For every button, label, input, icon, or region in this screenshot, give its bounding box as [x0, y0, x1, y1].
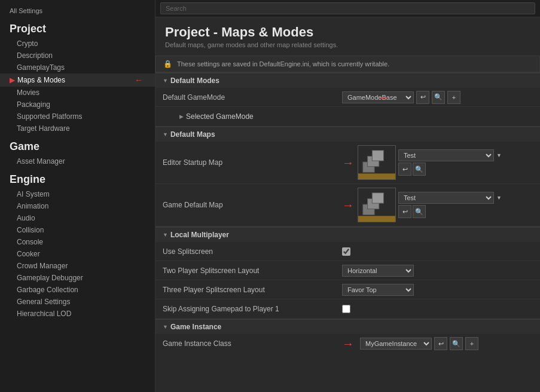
skip-assigning-gamepad-row: Skip Assigning Gamepad to Player 1 [155, 299, 540, 318]
three-player-splitscreen-control: Favor Top Favor Bottom Horizontal Vertic… [342, 284, 533, 296]
three-player-splitscreen-select[interactable]: Favor Top Favor Bottom Horizontal Vertic… [342, 284, 414, 296]
collapse-tri-maps-icon: ▼ [163, 131, 168, 137]
editor-startup-map-btn-row: ↩ 🔍 [398, 163, 502, 176]
svg-rect-4 [358, 173, 395, 179]
reset-game-instance-btn[interactable]: ↩ [434, 337, 447, 350]
game-instance-class-row: Game Instance Class → MyGameInstance Gam… [155, 334, 540, 353]
red-arrow-game-map: → [342, 198, 354, 212]
game-instance-label: Game Instance [170, 323, 221, 331]
svg-rect-3 [372, 151, 383, 161]
engine-section-header: Engine [0, 167, 155, 188]
sidebar-item-cooker[interactable]: Cooker [0, 248, 155, 260]
editor-startup-map-row: Editor Startup Map → [155, 142, 540, 184]
default-modes-header[interactable]: ▼ Default Modes [155, 74, 540, 88]
editor-startup-map-select[interactable]: Test None Default [398, 149, 494, 161]
search-bar [155, 0, 540, 17]
svg-rect-9 [358, 216, 395, 222]
game-default-map-dropdown-row: Test None Default ▼ [398, 192, 502, 204]
default-game-mode-label: Default GameMode → [163, 93, 342, 102]
sidebar-item-collision[interactable]: Collision [0, 224, 155, 236]
use-splitscreen-row: Use Splitscreen [155, 242, 540, 261]
add-game-mode-btn[interactable]: + [447, 91, 460, 104]
collapse-tri-icon: ▼ [163, 78, 168, 84]
sidebar-item-crypto[interactable]: Crypto [0, 38, 155, 50]
sidebar-item-crowd-manager[interactable]: Crowd Manager [0, 260, 155, 272]
reset-game-map-btn[interactable]: ↩ [398, 205, 411, 218]
reset-game-mode-btn[interactable]: ↩ [416, 91, 429, 104]
sidebar: All Settings Project Crypto Description … [0, 0, 155, 392]
red-arrow-game-instance: → [342, 337, 354, 351]
sidebar-item-gameplaytags[interactable]: GameplayTags [0, 62, 155, 74]
search-input[interactable] [160, 2, 535, 14]
default-maps-section: ▼ Default Maps Editor Startup Map → [155, 126, 540, 226]
sidebar-item-gameplay-debugger[interactable]: Gameplay Debugger [0, 272, 155, 284]
info-text: These settings are saved in DefaultEngin… [177, 60, 389, 68]
main-content: Project - Maps & Modes Default maps, gam… [155, 0, 540, 392]
two-player-splitscreen-row: Two Player Splitscreen Layout Horizontal… [155, 261, 540, 280]
three-player-splitscreen-row: Three Player Splitscreen Layout Favor To… [155, 280, 540, 299]
use-splitscreen-label: Use Splitscreen [163, 247, 342, 256]
skip-assigning-gamepad-checkbox[interactable] [342, 305, 350, 313]
all-settings-link[interactable]: All Settings [0, 5, 155, 17]
editor-startup-map-dropdown-area: Test None Default ▼ ↩ 🔍 [398, 149, 502, 176]
sidebar-item-ai-system[interactable]: AI System [0, 188, 155, 200]
sidebar-item-label: Maps & Modes [17, 76, 65, 84]
use-splitscreen-checkbox[interactable] [342, 247, 350, 256]
default-game-mode-control: GameModeBase GameMode None ↩ 🔍 + [342, 91, 533, 104]
default-modes-section: ▼ Default Modes Default GameMode → GameM… [155, 72, 540, 126]
sidebar-item-description[interactable]: Description [0, 50, 155, 62]
map-thumb-svg [358, 146, 395, 179]
info-bar: 🔒 These settings are saved in DefaultEng… [155, 56, 540, 72]
search-editor-map-btn[interactable]: 🔍 [413, 163, 426, 176]
sidebar-item-console[interactable]: Console [0, 236, 155, 248]
editor-startup-map-control: → Test [342, 145, 533, 180]
two-player-splitscreen-select[interactable]: Horizontal Vertical [342, 265, 414, 277]
sidebar-item-movies[interactable]: Movies [0, 87, 155, 99]
add-game-instance-btn[interactable]: + [465, 337, 478, 350]
local-multiplayer-header[interactable]: ▼ Local Multiplayer [155, 228, 540, 242]
editor-startup-map-dropdown-row: Test None Default ▼ [398, 149, 502, 161]
game-default-map-select[interactable]: Test None Default [398, 192, 494, 204]
skip-assigning-gamepad-control [342, 305, 533, 313]
selected-game-mode-row: ▶ Selected GameMode [155, 107, 540, 126]
reset-editor-map-btn[interactable]: ↩ [398, 163, 411, 176]
sidebar-item-animation[interactable]: Animation [0, 200, 155, 212]
search-game-mode-btn[interactable]: 🔍 [432, 91, 445, 104]
sidebar-item-target-hardware[interactable]: Target Hardware [0, 122, 155, 134]
use-splitscreen-control [342, 247, 533, 256]
sidebar-item-supported-platforms[interactable]: Supported Platforms [0, 111, 155, 122]
game-instance-class-select[interactable]: MyGameInstance GameInstance None [360, 338, 432, 350]
default-maps-header[interactable]: ▼ Default Maps [155, 127, 540, 142]
collapse-tri-gi-icon: ▼ [163, 324, 168, 330]
dropdown-arrow-icon: ▼ [496, 152, 502, 158]
sidebar-item-maps-modes[interactable]: ▶ Maps & Modes ← [0, 74, 155, 87]
active-arrow-icon: ▶ [10, 76, 15, 84]
default-modes-label: Default Modes [170, 76, 219, 85]
three-player-splitscreen-label: Three Player Splitscreen Layout [163, 286, 342, 294]
search-game-instance-btn[interactable]: 🔍 [450, 337, 463, 350]
game-instance-header[interactable]: ▼ Game Instance [155, 320, 540, 334]
sidebar-item-hierarchical-lod[interactable]: Hierarchical LOD [0, 308, 155, 320]
search-game-map-btn[interactable]: 🔍 [413, 205, 426, 218]
default-game-mode-select[interactable]: GameModeBase GameMode None [342, 91, 414, 103]
sidebar-item-general-settings[interactable]: General Settings [0, 296, 155, 308]
sidebar-item-packaging[interactable]: Packaging [0, 99, 155, 111]
sidebar-item-audio[interactable]: Audio [0, 212, 155, 224]
game-default-map-row: Game Default Map → [155, 184, 540, 226]
game-default-map-control: → Test [342, 188, 533, 222]
page-title: Project - Maps & Modes [165, 24, 530, 40]
page-subtitle: Default maps, game modes and other map r… [165, 41, 530, 48]
local-multiplayer-section: ▼ Local Multiplayer Use Splitscreen Two … [155, 226, 540, 318]
default-modes-body: Default GameMode → GameModeBase GameMode… [155, 88, 540, 126]
game-instance-body: Game Instance Class → MyGameInstance Gam… [155, 334, 540, 353]
two-player-splitscreen-control: Horizontal Vertical [342, 265, 533, 277]
svg-rect-8 [372, 193, 383, 203]
skip-assigning-gamepad-label: Skip Assigning Gamepad to Player 1 [163, 305, 342, 313]
sidebar-item-garbage-collection[interactable]: Garbage Collection [0, 284, 155, 296]
default-game-mode-row: Default GameMode → GameModeBase GameMode… [155, 88, 540, 107]
sidebar-item-asset-manager[interactable]: Asset Manager [0, 155, 155, 167]
sub-arrow-icon: ▶ [179, 114, 184, 120]
default-maps-label: Default Maps [170, 130, 215, 139]
game-map-thumb-svg [358, 188, 395, 222]
editor-startup-map-label: Editor Startup Map [163, 158, 342, 167]
